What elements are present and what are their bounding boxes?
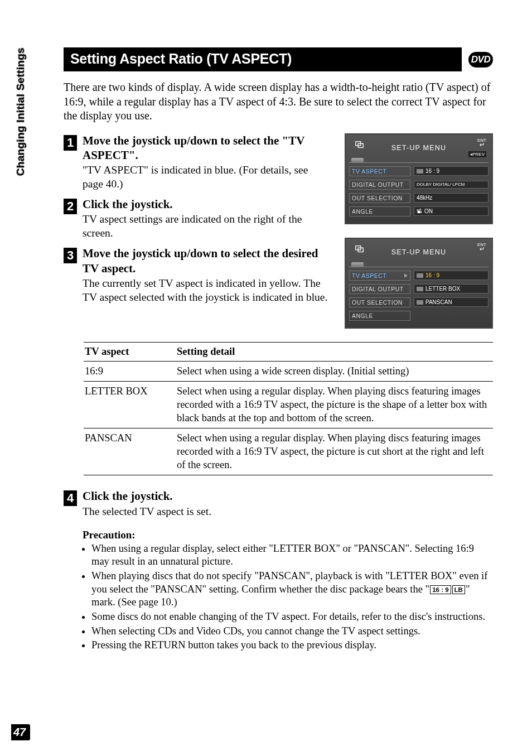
menu-item-tv-aspect: TV ASPECT (349, 271, 410, 281)
table-row: 16:9 Select when using a wide screen dis… (84, 361, 493, 382)
menu-value-dolby: DOLBY DIGITAL/ LPCM (414, 181, 489, 189)
page-title: Setting Aspect Ratio (TV ASPECT) (64, 47, 462, 71)
menu-item-out-selection: OUT SELECTION (349, 193, 410, 203)
step-2-desc: TV aspect settings are indicated on the … (83, 213, 329, 240)
precaution-item: When selecting CDs and Video CDs, you ca… (91, 625, 493, 638)
table-cell-panscan: PANSCAN (84, 428, 176, 475)
table-cell-169: 16:9 (84, 361, 176, 382)
mark-169: 16 : 9 (430, 585, 451, 595)
step-3-desc: The currently set TV aspect is indicated… (83, 277, 329, 305)
menu-item-digital-output: DIGITAL OUTPUT (349, 284, 410, 294)
table-cell-169-desc: Select when using a wide screen display.… (176, 361, 493, 382)
setup-menu-title: SET-UP MENU (391, 144, 446, 152)
page-number: 47 (11, 724, 30, 740)
menu-value-on: 📽 ON (414, 206, 489, 216)
menu-value-48khz: 48kHz (414, 193, 489, 203)
table-row: LETTER BOX Select when using a regular d… (84, 382, 493, 428)
setup-menu-screenshot-2: SET-UP MENU ENT↵ TV ASPECT16 : 9 DIGITAL… (345, 238, 493, 329)
mark-lb: LB (452, 585, 465, 595)
step-number-4: 4 (64, 490, 77, 506)
table-cell-panscan-desc: Select when using a regular display. Whe… (176, 428, 493, 475)
setup-menu-screenshot-1: SET-UP MENU ENT↵ ◂PREV TV ASPECT16 : 9 D… (345, 133, 493, 224)
step-4-desc: The selected TV aspect is set. (83, 505, 493, 519)
step-number-2: 2 (64, 199, 77, 214)
step-1-title: Move the joystick up/down to select the … (83, 133, 329, 163)
prev-indicator: ◂PREV (468, 151, 486, 157)
sidebar-section-label: Changing Initial Settings (14, 47, 27, 176)
menu-item-angle: ANGLE (349, 311, 410, 321)
step-1-desc: "TV ASPECT" is indicated in blue. (For d… (83, 163, 329, 191)
menu-option-panscan: PANSCAN (414, 297, 489, 307)
step-2-title: Click the joystick. (83, 197, 329, 211)
display-icon (355, 244, 365, 254)
menu-item-digital-output: DIGITAL OUTPUT (349, 180, 410, 190)
precaution-item: Some discs do not enable changing of the… (91, 610, 493, 624)
camera-icon: 📽 (417, 208, 422, 214)
display-icon (355, 140, 365, 150)
menu-value-169: 16 : 9 (414, 166, 489, 176)
precaution-item: When using a regular display, select eit… (91, 542, 493, 569)
step-number-1: 1 (64, 135, 77, 151)
step-3-title: Move the joystick up/down to select the … (83, 246, 329, 276)
ent-indicator: ENT↵ (477, 138, 486, 148)
table-header-setting-detail: Setting detail (176, 342, 493, 361)
menu-item-tv-aspect: TV ASPECT (349, 166, 410, 176)
step-number-3: 3 (64, 248, 77, 263)
ent-indicator: ENT↵ (477, 243, 486, 252)
table-cell-letterbox: LETTER BOX (84, 382, 176, 428)
menu-option-169: 16 : 9 (414, 271, 489, 280)
tv-aspect-table: TV aspect Setting detail 16:9 Select whe… (84, 342, 493, 476)
table-cell-letterbox-desc: Select when using a regular display. Whe… (176, 382, 493, 428)
menu-item-out-selection: OUT SELECTION (349, 297, 410, 307)
table-header-tv-aspect: TV aspect (84, 342, 176, 361)
menu-option-letterbox: LETTER BOX (414, 284, 489, 293)
dvd-badge: DVD (468, 52, 493, 68)
menu-item-angle: ANGLE (349, 206, 410, 216)
table-row: PANSCAN Select when using a regular disp… (84, 428, 493, 475)
precaution-heading: Precaution: (83, 529, 493, 541)
step-4-title: Click the joystick. (83, 489, 493, 503)
precaution-item: When playing discs that do not specify "… (91, 570, 493, 609)
setup-menu-title: SET-UP MENU (391, 248, 446, 256)
intro-paragraph: There are two kinds of display. A wide s… (64, 80, 493, 123)
precaution-item: Pressing the RETURN button takes you bac… (91, 639, 493, 652)
